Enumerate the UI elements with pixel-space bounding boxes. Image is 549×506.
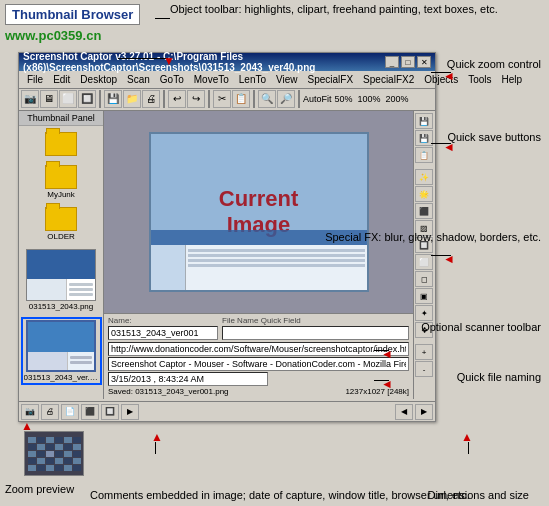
- bottom-fields: Name: File Name Quick Field: [108, 316, 409, 340]
- date-input[interactable]: [108, 372, 268, 386]
- arrow-scanner-icon: ◄: [381, 347, 393, 361]
- title-bar-buttons: _ □ ✕: [385, 56, 431, 68]
- fx-btn-7[interactable]: ◻: [415, 271, 433, 287]
- url-input[interactable]: [108, 342, 409, 356]
- fx-btn-8[interactable]: ▣: [415, 288, 433, 304]
- tb-sep-2: [163, 90, 165, 108]
- menu-lento[interactable]: LenTo: [235, 73, 270, 86]
- menu-specialfx[interactable]: SpecialFX: [304, 73, 358, 86]
- menu-help[interactable]: Help: [498, 73, 527, 86]
- zoom-200[interactable]: 200%: [384, 94, 411, 104]
- tb-btn-1[interactable]: 📷: [21, 90, 39, 108]
- special-fx-annotation: Special FX: blur, glow, shadow, borders,…: [325, 230, 541, 244]
- tb-btn-12[interactable]: 🔍: [258, 90, 276, 108]
- fx-btn-6[interactable]: ⬜: [415, 254, 433, 270]
- folder-icon-3: [45, 207, 77, 231]
- thumb-items: MyJunk OLDER: [19, 126, 103, 389]
- center-content: CurrentImage: [104, 111, 413, 399]
- menu-scan[interactable]: Scan: [123, 73, 154, 86]
- list-item[interactable]: OLDER: [43, 205, 79, 243]
- maximize-button[interactable]: □: [401, 56, 415, 68]
- filename-field-group: File Name Quick Field: [222, 316, 409, 340]
- zoom-preview-box: [24, 431, 84, 476]
- outer-container: Thumbnail Browser www.pc0359.cn Object t…: [0, 0, 549, 506]
- tb-btn-8[interactable]: ↩: [168, 90, 186, 108]
- tb-btn-4[interactable]: 🔲: [78, 90, 96, 108]
- zoom-out-btn[interactable]: -: [415, 361, 433, 377]
- list-item[interactable]: 031513_2043.png: [24, 247, 98, 313]
- fx-btn-9[interactable]: ✦: [415, 305, 433, 321]
- fx-btn-1[interactable]: ✨: [415, 169, 433, 185]
- image-area[interactable]: CurrentImage: [104, 111, 413, 313]
- arrow-zoom-icon: ◄: [443, 69, 455, 83]
- tb-sep-5: [298, 90, 300, 108]
- thumb-img-1: [26, 249, 96, 301]
- quick-save-btn-3[interactable]: 📋: [415, 147, 433, 163]
- zoom-preview-inner: [25, 432, 83, 475]
- tb-btn-10[interactable]: ✂: [213, 90, 231, 108]
- zoom-100[interactable]: 100%: [356, 94, 383, 104]
- menu-file[interactable]: File: [23, 73, 47, 86]
- bottom-bar: Name: File Name Quick Field: [104, 313, 413, 399]
- tb-btn-11[interactable]: 📋: [232, 90, 250, 108]
- thumbnail-browser-label: Thumbnail Browser: [5, 4, 140, 25]
- tb-sep-4: [253, 90, 255, 108]
- list-item[interactable]: 031513_2043_ver.png: [21, 317, 102, 385]
- list-item[interactable]: [43, 130, 79, 159]
- name-label: Name:: [108, 316, 218, 325]
- menu-desktop[interactable]: Desktop: [76, 73, 121, 86]
- tb-btn-6[interactable]: 📁: [123, 90, 141, 108]
- obj-toolbar-arrow: ▼: [163, 54, 175, 68]
- filename-label: File Name Quick Field: [222, 316, 409, 325]
- displayed-image: CurrentImage: [149, 132, 369, 292]
- menu-moveto[interactable]: MoveTo: [190, 73, 233, 86]
- thumb-label-5: 031513_2043_ver.png: [24, 373, 99, 382]
- autofit-label: AutoFit: [303, 94, 332, 104]
- fx-btn-2[interactable]: 🌟: [415, 186, 433, 202]
- tb-btn-9[interactable]: ↪: [187, 90, 205, 108]
- thumbnail-panel-title: Thumbnail Panel: [19, 111, 103, 126]
- main-content: Thumbnail Panel MyJunk OLDE: [19, 111, 435, 399]
- quick-save-annotation: Quick save buttons: [447, 130, 541, 144]
- menu-view[interactable]: View: [272, 73, 302, 86]
- obj-toolbar-line: [118, 58, 168, 59]
- close-button[interactable]: ✕: [417, 56, 431, 68]
- saved-status: Saved: 031513_2043_ver001.png: [108, 387, 229, 396]
- dimensions-annotation: Dimensions and size: [428, 488, 530, 502]
- quick-file-naming-annotation: Quick file naming: [457, 370, 541, 384]
- tb-btn-13[interactable]: 🔎: [277, 90, 295, 108]
- list-item[interactable]: MyJunk: [43, 163, 79, 201]
- website-url: www.pc0359.cn: [5, 28, 101, 43]
- zoom-grid: [28, 437, 81, 471]
- filename-input[interactable]: [222, 326, 409, 340]
- menu-goto[interactable]: GoTo: [156, 73, 188, 86]
- zoom-in-btn[interactable]: +: [415, 344, 433, 360]
- app-title: Screenshot Captor v3.27.01 - C:\Program …: [23, 51, 385, 73]
- thumb-label-4: 031513_2043.png: [29, 302, 94, 311]
- tb-btn-3[interactable]: ⬜: [59, 90, 77, 108]
- caption-input[interactable]: [108, 357, 409, 371]
- name-field-group: Name:: [108, 316, 218, 340]
- menu-tools[interactable]: Tools: [464, 73, 495, 86]
- anno-line-obj: [155, 18, 170, 19]
- quick-save-btn-1[interactable]: 💾: [415, 113, 433, 129]
- name-input[interactable]: [108, 326, 218, 340]
- thumb-label-2: MyJunk: [47, 190, 75, 199]
- status-bar: Saved: 031513_2043_ver001.png 1237x1027 …: [108, 386, 409, 397]
- fx-btn-3[interactable]: ⬛: [415, 203, 433, 219]
- tb-btn-7[interactable]: 🖨: [142, 90, 160, 108]
- optional-scanner-annotation: Optional scanner toolbar: [421, 320, 541, 334]
- zoom-50[interactable]: 50%: [333, 94, 355, 104]
- folder-icon-1: [45, 132, 77, 156]
- tb-btn-2[interactable]: 🖥: [40, 90, 58, 108]
- arrow-dims-icon: ▲: [461, 430, 473, 444]
- thumbnail-panel: Thumbnail Panel MyJunk OLDE: [19, 111, 104, 399]
- minimize-button[interactable]: _: [385, 56, 399, 68]
- arrow-save-icon: ◄: [443, 140, 455, 154]
- arrow-file-icon: ◄: [381, 377, 393, 391]
- menu-specialfx2[interactable]: SpecialFX2: [359, 73, 418, 86]
- folder-icon-2: [45, 165, 77, 189]
- tb-btn-5[interactable]: 💾: [104, 90, 122, 108]
- menu-objects[interactable]: Objects: [420, 73, 462, 86]
- menu-edit[interactable]: Edit: [49, 73, 74, 86]
